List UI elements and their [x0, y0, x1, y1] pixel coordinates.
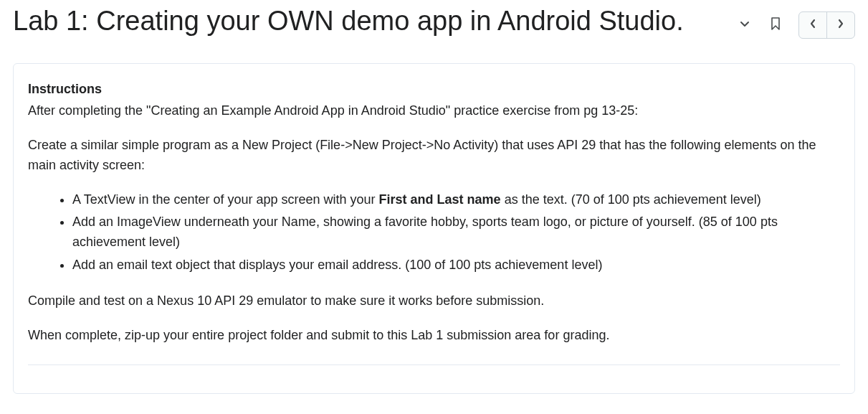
chevron-left-icon [809, 19, 816, 32]
req-post: as the text. (70 of 100 pts achievement … [501, 192, 761, 207]
expand-toggle[interactable] [737, 17, 753, 33]
bookmark-icon [771, 17, 780, 33]
next-button[interactable] [826, 12, 854, 38]
list-item: Add an ImageView underneath your Name, s… [72, 212, 840, 253]
compile-text: Compile and test on a Nexus 10 API 29 em… [28, 291, 840, 311]
req-bold: First and Last name [379, 192, 501, 207]
intro-text: After completing the "Creating an Exampl… [28, 101, 840, 121]
chevron-down-icon [740, 19, 750, 32]
list-item: A TextView in the center of your app scr… [72, 190, 840, 210]
requirements-list: A TextView in the center of your app scr… [28, 190, 840, 276]
prev-button[interactable] [799, 12, 826, 38]
pager [798, 11, 855, 39]
list-item: Add an email text object that displays y… [72, 255, 840, 276]
page-title: Lab 1: Creating your OWN demo app in And… [13, 4, 722, 39]
setup-text: Create a similar simple program as a New… [28, 136, 840, 176]
req-pre: Add an ImageView underneath your Name, s… [72, 215, 778, 249]
req-pre: A TextView in the center of your app scr… [72, 192, 379, 207]
instructions-card: Instructions After completing the "Creat… [13, 63, 855, 394]
submit-text: When complete, zip-up your entire projec… [28, 326, 840, 346]
instructions-heading: Instructions [28, 80, 840, 100]
req-pre: Add an email text object that displays y… [72, 258, 602, 272]
divider [28, 364, 840, 365]
chevron-right-icon [837, 19, 844, 32]
bookmark-button[interactable] [768, 17, 783, 33]
